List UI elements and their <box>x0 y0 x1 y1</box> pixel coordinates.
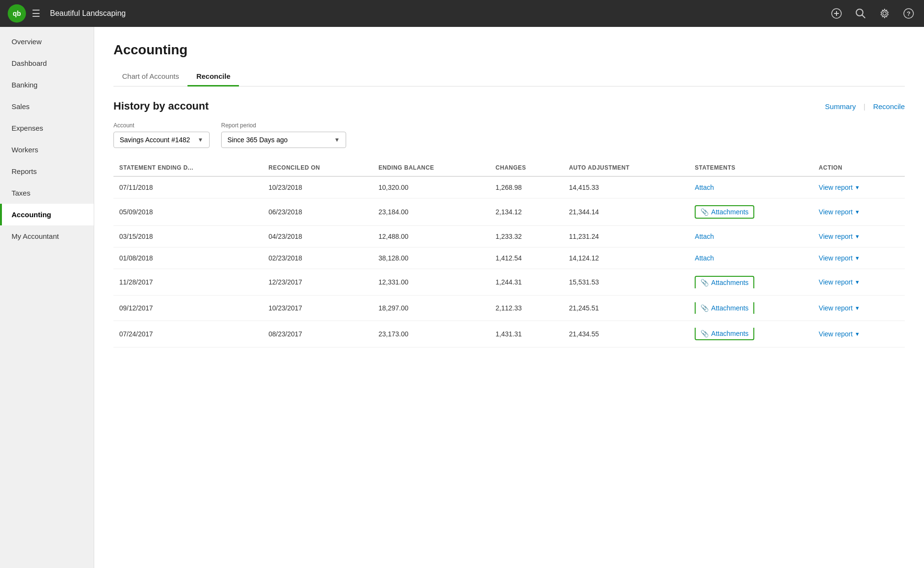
sidebar-item-overview[interactable]: Overview <box>0 31 94 52</box>
view-report-button[interactable]: View report ▼ <box>819 278 860 286</box>
attachments-button[interactable]: 📎 Attachments <box>695 276 754 288</box>
view-report-dropdown-icon: ▼ <box>855 279 860 285</box>
table-row: 03/15/201804/23/201812,488.001,233.3211,… <box>113 226 905 247</box>
table-row: 01/08/201802/23/201838,128.001,412.5414,… <box>113 247 905 269</box>
account-chevron-down-icon: ▼ <box>198 136 203 143</box>
attach-button[interactable]: Attach <box>695 233 714 240</box>
view-report-button[interactable]: View report ▼ <box>819 254 860 262</box>
divider: | <box>863 102 865 111</box>
history-title: History by account <box>113 100 209 112</box>
col-ending-balance: ENDING BALANCE <box>373 160 490 176</box>
sidebar-item-workers[interactable]: Workers <box>0 139 94 161</box>
history-actions: Summary | Reconcile <box>825 102 905 111</box>
svg-point-7 <box>883 12 887 15</box>
view-report-dropdown-icon: ▼ <box>855 234 860 239</box>
view-report-button[interactable]: View report ▼ <box>819 330 860 338</box>
table-row: 09/12/201710/23/201718,297.002,112.3321,… <box>113 296 905 321</box>
sidebar-item-sales[interactable]: Sales <box>0 96 94 117</box>
col-reconciled-on: RECONCILED ON <box>263 160 373 176</box>
sidebar-item-reports[interactable]: Reports <box>0 161 94 182</box>
view-report-button[interactable]: View report ▼ <box>819 208 860 216</box>
account-filter-select[interactable]: Savings Account #1482 ▼ <box>113 132 210 148</box>
filters: Account Savings Account #1482 ▼ Report p… <box>113 122 905 148</box>
history-table: STATEMENT ENDING D... RECONCILED ON ENDI… <box>113 160 905 347</box>
history-header: History by account Summary | Reconcile <box>113 100 905 112</box>
view-report-button[interactable]: View report ▼ <box>819 233 860 240</box>
svg-line-6 <box>862 15 865 18</box>
view-report-dropdown-icon: ▼ <box>855 209 860 215</box>
svg-text:qb: qb <box>12 10 21 17</box>
table-row: 07/24/201708/23/201723,173.001,431.3121,… <box>113 321 905 347</box>
search-icon[interactable] <box>853 6 868 21</box>
paperclip-icon: 📎 <box>700 279 709 286</box>
col-statement-ending: STATEMENT ENDING D... <box>113 160 263 176</box>
view-report-dropdown-icon: ▼ <box>855 255 860 261</box>
sidebar-item-dashboard[interactable]: Dashboard <box>0 52 94 74</box>
table-row: 05/09/201806/23/201823,184.002,134.1221,… <box>113 198 905 226</box>
sidebar-item-my-accountant[interactable]: My Accountant <box>0 225 94 247</box>
attachments-button[interactable]: 📎 Attachments <box>695 328 754 340</box>
account-filter-label: Account <box>113 122 210 129</box>
period-filter-label: Report period <box>221 122 346 129</box>
col-action: ACTION <box>813 160 905 176</box>
view-report-button[interactable]: View report ▼ <box>819 304 860 312</box>
account-filter-group: Account Savings Account #1482 ▼ <box>113 122 210 148</box>
sidebar-item-taxes[interactable]: Taxes <box>0 182 94 204</box>
sidebar: Overview Dashboard Banking Sales Expense… <box>0 27 94 568</box>
add-icon[interactable] <box>829 6 844 21</box>
tab-chart-of-accounts[interactable]: Chart of Accounts <box>113 67 187 86</box>
summary-link[interactable]: Summary <box>825 102 856 111</box>
help-icon[interactable]: ? <box>901 6 916 21</box>
period-chevron-down-icon: ▼ <box>334 136 340 143</box>
topnav: qb ☰ Beautiful Landscaping <box>0 0 924 27</box>
period-filter-group: Report period Since 365 Days ago ▼ <box>221 122 346 148</box>
quickbooks-logo-icon: qb <box>8 4 26 23</box>
hamburger-menu-icon[interactable]: ☰ <box>32 8 40 19</box>
tabs: Chart of Accounts Reconcile <box>113 67 905 86</box>
col-auto-adjustment: AUTO ADJUSTMENT <box>563 160 689 176</box>
col-changes: CHANGES <box>490 160 563 176</box>
tab-reconcile[interactable]: Reconcile <box>187 67 239 86</box>
paperclip-icon: 📎 <box>700 208 709 216</box>
sidebar-item-accounting[interactable]: Accounting <box>0 204 94 225</box>
sidebar-item-expenses[interactable]: Expenses <box>0 117 94 139</box>
attach-button[interactable]: Attach <box>695 254 714 262</box>
reconcile-link[interactable]: Reconcile <box>873 102 905 111</box>
sidebar-item-banking[interactable]: Banking <box>0 74 94 96</box>
period-filter-select[interactable]: Since 365 Days ago ▼ <box>221 132 346 148</box>
topnav-icons: ? <box>829 6 916 21</box>
paperclip-icon: 📎 <box>700 304 709 312</box>
svg-text:?: ? <box>907 10 911 17</box>
gear-icon[interactable] <box>877 6 892 21</box>
attachments-button[interactable]: 📎 Attachments <box>695 205 754 219</box>
view-report-button[interactable]: View report ▼ <box>819 184 860 191</box>
attachments-button[interactable]: 📎 Attachments <box>695 302 754 314</box>
view-report-dropdown-icon: ▼ <box>855 305 860 311</box>
col-statements: STATEMENTS <box>689 160 813 176</box>
paperclip-icon: 📎 <box>700 330 709 337</box>
page-title: Accounting <box>113 42 905 58</box>
table-row: 11/28/201712/23/201712,331.001,244.3115,… <box>113 269 905 296</box>
view-report-dropdown-icon: ▼ <box>855 185 860 190</box>
table-row: 07/11/201810/23/201810,320.001,268.9814,… <box>113 176 905 198</box>
attach-button[interactable]: Attach <box>695 184 714 191</box>
view-report-dropdown-icon: ▼ <box>855 331 860 337</box>
history-table-wrapper: STATEMENT ENDING D... RECONCILED ON ENDI… <box>113 160 905 347</box>
logo[interactable]: qb <box>8 4 26 23</box>
main-content: Accounting Chart of Accounts Reconcile H… <box>94 27 924 568</box>
company-name: Beautiful Landscaping <box>50 9 823 18</box>
